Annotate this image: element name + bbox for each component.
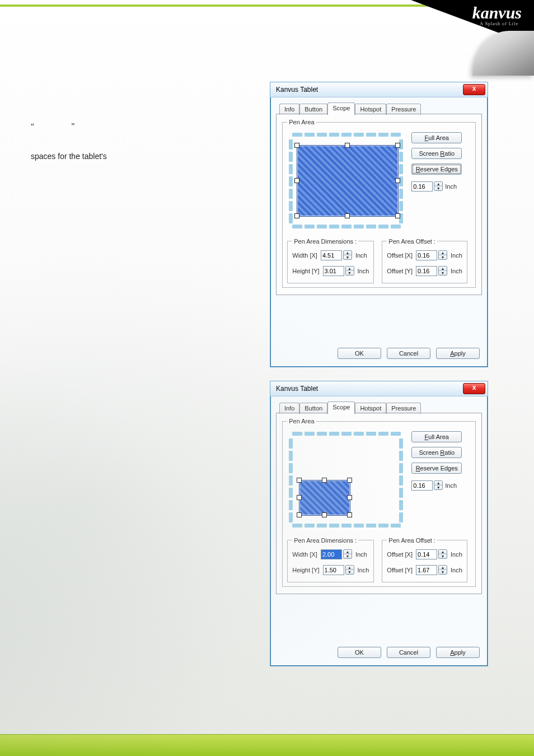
spin-input[interactable]	[416, 250, 437, 260]
spin-control[interactable]: ▲▼	[411, 181, 443, 192]
width-label: Width [X]	[292, 551, 317, 558]
spin-buttons[interactable]: ▲▼	[438, 565, 447, 575]
full-area-button[interactable]: Full Area	[411, 431, 462, 442]
apply-button[interactable]: Apply	[436, 647, 480, 658]
spin-buttons[interactable]: ▲▼	[438, 266, 447, 276]
height-label: Height [Y]	[292, 567, 319, 573]
spin-buttons[interactable]: ▲▼	[434, 181, 443, 191]
offset-y-label: Offset [Y]	[387, 567, 413, 573]
titlebar[interactable]: Kanvus Tablet x	[270, 82, 488, 97]
spin-control[interactable]: ▲▼	[323, 565, 354, 575]
ok-button[interactable]: OK	[338, 647, 381, 658]
full-area-button[interactable]: Full Area	[411, 132, 462, 143]
dimensions-fieldset: Pen Area Dimensions : Width [X] ▲▼ Inch …	[287, 537, 374, 582]
spin-input[interactable]	[321, 549, 342, 559]
kanvus-tablet-dialog: Kanvus Tablet x InfoButtonScopeHotspotPr…	[270, 82, 488, 367]
dimensions-legend: Pen Area Dimensions :	[292, 537, 358, 544]
brand-tagline: A Splash of Life	[480, 21, 518, 26]
spin-input[interactable]	[416, 549, 437, 559]
spin-buttons[interactable]: ▲▼	[434, 480, 443, 490]
close-icon[interactable]: x	[463, 84, 485, 95]
body-text-quotes: “ ”	[31, 121, 243, 132]
tab-panel-scope: Pen Area Full Area Screen Ratio Reserve …	[276, 413, 482, 594]
tab-pressure[interactable]: Pressure	[386, 403, 421, 414]
tab-button[interactable]: Button	[299, 403, 327, 414]
dimensions-legend: Pen Area Dimensions :	[292, 238, 358, 245]
offset-y-label: Offset [Y]	[387, 268, 413, 274]
spin-control[interactable]: ▲▼	[416, 266, 447, 276]
offset-x-label: Offset [X]	[387, 252, 413, 259]
spin-buttons[interactable]: ▲▼	[345, 266, 354, 276]
pen-area-legend: Pen Area	[287, 119, 316, 125]
footer-bar	[0, 734, 534, 756]
pen-area-preview[interactable]	[287, 430, 405, 529]
edge-spacing-row: ▲▼ Inch	[411, 181, 462, 192]
unit-label: Inch	[445, 482, 457, 489]
header-rule	[0, 4, 534, 7]
titlebar[interactable]: Kanvus Tablet x	[270, 381, 488, 396]
tab-hotspot[interactable]: Hotspot	[355, 104, 386, 115]
pen-area-fieldset: Pen Area Full Area Screen Ratio Reserve …	[282, 119, 476, 288]
tab-button[interactable]: Button	[299, 104, 327, 115]
reserve-edges-button[interactable]: Reserve Edges	[411, 463, 462, 474]
spin-input[interactable]	[411, 480, 433, 491]
top-strip	[0, 0, 534, 4]
body-text-line: spaces for the tablet's	[31, 151, 243, 162]
pen-area-fieldset: Pen Area Full Area Screen Ratio Reserve …	[282, 418, 476, 587]
offset-fieldset: Pen Area Offset : Offset [X] ▲▼ Inch Off…	[382, 537, 467, 582]
spin-input[interactable]	[416, 266, 437, 276]
tab-scope[interactable]: Scope	[327, 402, 355, 414]
unit-label: Inch	[445, 183, 457, 190]
reserve-edges-button[interactable]: Reserve Edges	[411, 164, 462, 175]
pen-area-legend: Pen Area	[287, 418, 316, 424]
offset-fieldset: Pen Area Offset : Offset [X] ▲▼ Inch Off…	[382, 238, 467, 283]
spin-input[interactable]	[323, 565, 344, 575]
spin-input[interactable]	[321, 250, 342, 260]
spin-control[interactable]: ▲▼	[416, 549, 447, 559]
edge-spacing-row: ▲▼ Inch	[411, 480, 462, 491]
active-area[interactable]	[299, 480, 350, 516]
tab-info[interactable]: Info	[279, 403, 299, 414]
spin-input[interactable]	[416, 565, 437, 575]
tabstrip: InfoButtonScopeHotspotPressure	[276, 102, 482, 114]
window-title: Kanvus Tablet	[276, 385, 318, 393]
offset-x-label: Offset [X]	[387, 551, 413, 558]
active-area[interactable]	[297, 145, 399, 217]
apply-button[interactable]: Apply	[436, 348, 480, 359]
spin-control[interactable]: ▲▼	[411, 480, 443, 491]
spin-input[interactable]	[323, 266, 344, 276]
tabstrip: InfoButtonScopeHotspotPressure	[276, 401, 482, 413]
ok-button[interactable]: OK	[338, 348, 381, 359]
spin-input[interactable]	[411, 181, 433, 192]
spin-control[interactable]: ▲▼	[321, 549, 352, 559]
spin-control[interactable]: ▲▼	[321, 250, 352, 260]
kanvus-tablet-dialog: Kanvus Tablet x InfoButtonScopeHotspotPr…	[270, 381, 488, 666]
pen-area-preview[interactable]	[287, 131, 405, 230]
spin-control[interactable]: ▲▼	[416, 565, 447, 575]
close-icon[interactable]: x	[463, 383, 485, 394]
spin-buttons[interactable]: ▲▼	[345, 565, 354, 575]
screen-ratio-button[interactable]: Screen Ratio	[411, 148, 462, 159]
offset-legend: Pen Area Offset :	[387, 537, 437, 544]
spin-buttons[interactable]: ▲▼	[438, 250, 447, 260]
offset-legend: Pen Area Offset :	[387, 238, 437, 245]
page-curl-icon	[472, 31, 534, 76]
width-label: Width [X]	[292, 252, 317, 259]
cancel-button[interactable]: Cancel	[387, 647, 430, 658]
dimensions-fieldset: Pen Area Dimensions : Width [X] ▲▼ Inch …	[287, 238, 374, 283]
tab-scope[interactable]: Scope	[327, 102, 355, 115]
spin-buttons[interactable]: ▲▼	[438, 549, 447, 559]
tab-pressure[interactable]: Pressure	[386, 104, 421, 115]
spin-buttons[interactable]: ▲▼	[343, 549, 352, 559]
spin-control[interactable]: ▲▼	[323, 266, 354, 276]
tab-panel-scope: Pen Area Full Area Screen Ratio Reserve …	[276, 114, 482, 295]
tab-hotspot[interactable]: Hotspot	[355, 403, 386, 414]
spin-control[interactable]: ▲▼	[416, 250, 447, 260]
document-page: kanvus A Splash of Life “ ” spaces for t…	[0, 0, 534, 756]
screen-ratio-button[interactable]: Screen Ratio	[411, 447, 462, 458]
spin-buttons[interactable]: ▲▼	[343, 250, 352, 260]
cancel-button[interactable]: Cancel	[387, 348, 430, 359]
tab-info[interactable]: Info	[279, 104, 299, 115]
height-label: Height [Y]	[292, 268, 319, 274]
brand-corner: kanvus A Splash of Life	[411, 0, 534, 56]
